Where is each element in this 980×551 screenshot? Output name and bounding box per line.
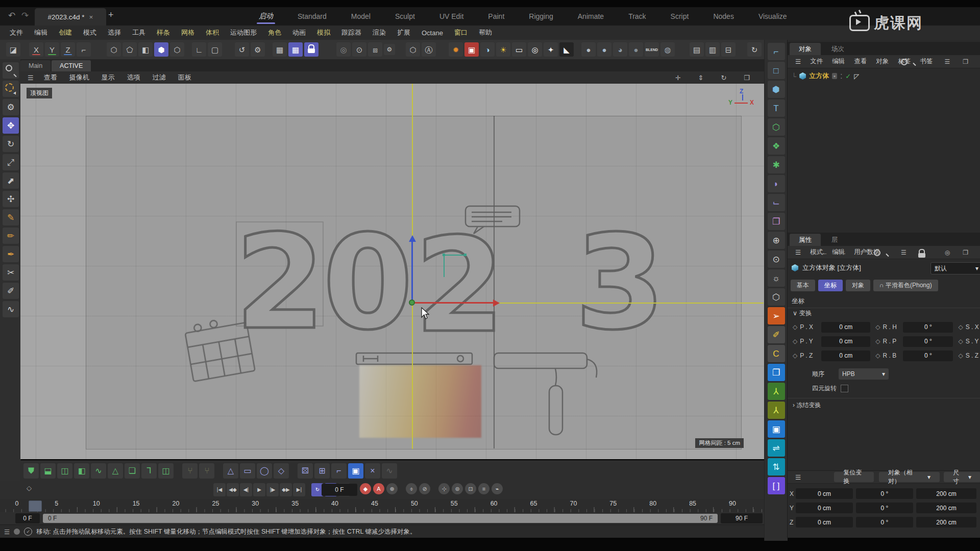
key-diamond-icon[interactable]: ◇	[958, 352, 963, 359]
phong-tag-icon[interactable]: ◸	[854, 72, 859, 80]
key-diamond-icon[interactable]: ◇	[875, 352, 880, 359]
am-search-icon[interactable]	[871, 247, 891, 258]
enabled-check-icon[interactable]: ✓	[845, 72, 851, 80]
layout-tab-paint[interactable]: Paint	[487, 8, 505, 24]
preset-dropdown[interactable]: 默认 ▾	[930, 262, 980, 274]
om-tab-objects[interactable]: 对象	[790, 43, 821, 55]
om-filter-icon[interactable]: ☰	[940, 58, 954, 65]
am-filter-icon[interactable]: ☰	[896, 249, 911, 256]
points-mode-button[interactable]: ⬡	[107, 42, 121, 57]
rp-field[interactable]: 0 °	[903, 336, 953, 347]
rect-frame-icon[interactable]: ▭	[240, 463, 255, 479]
spline-chain-icon[interactable]: ◇	[274, 463, 289, 479]
record-rotation-button[interactable]: ⊘	[419, 483, 430, 494]
ik-chain2-icon[interactable]: ⑂	[199, 463, 214, 479]
model-mode-button[interactable]: ⬢	[154, 42, 168, 57]
rotate-tool[interactable]: ↻	[3, 136, 19, 152]
keyframe-target-button[interactable]: ⊕	[386, 483, 398, 494]
record-scale-button[interactable]: ⊹	[438, 483, 450, 494]
boolean-icon[interactable]: ◧	[74, 463, 89, 479]
material-sphere-1[interactable]: ●	[581, 42, 596, 57]
cube-primitive-icon[interactable]: ⬢	[768, 81, 785, 98]
timeline-playhead[interactable]	[29, 500, 42, 512]
key-diamond-icon[interactable]: ◇	[793, 352, 797, 359]
am-sec-coords[interactable]: 坐标	[818, 280, 843, 291]
bracket-a-icon[interactable]: [ ]	[768, 477, 785, 494]
key-diamond-icon[interactable]: ◇	[958, 323, 963, 331]
vp-menu-options[interactable]: 选项	[121, 73, 146, 82]
paint-setup-icon[interactable]: ✐	[768, 326, 785, 343]
goto-start-button[interactable]: |◀	[213, 483, 226, 496]
sun-light-button[interactable]: ☀	[496, 42, 510, 57]
layout-tab-uvedit[interactable]: UV Edit	[438, 8, 464, 24]
menu-tracker[interactable]: 跟踪器	[336, 28, 367, 37]
current-frame-field[interactable]: 0 F	[322, 484, 357, 496]
add-tab-button[interactable]: +	[108, 10, 114, 20]
am-sec-basic[interactable]: 基本	[791, 280, 815, 291]
camera-st-icon[interactable]: ⊙	[768, 251, 785, 268]
spline-pen-tool[interactable]: ✎	[3, 209, 19, 226]
status-burger-icon[interactable]: ☰	[4, 528, 10, 536]
cloth-icon[interactable]: ⛊	[23, 463, 39, 479]
cm-burger-icon[interactable]: ☰	[791, 473, 805, 481]
menu-mograph[interactable]: 运动图形	[225, 28, 262, 37]
record-pla-button[interactable]: ⊡	[465, 483, 476, 494]
next-key-button[interactable]: ◆▶	[280, 483, 292, 496]
hex-auto-button[interactable]: Ⓐ	[422, 42, 436, 57]
rh-field[interactable]: 0 °	[903, 322, 953, 333]
transform-group-label[interactable]: ∨ 变换	[793, 309, 812, 318]
cloner-icon[interactable]: ⬡	[768, 118, 785, 136]
am-forward-icon[interactable]: →	[836, 249, 851, 256]
vp-menu-panel[interactable]: 面板	[172, 73, 198, 82]
axis-z-lock-button[interactable]: Z	[61, 42, 75, 57]
move-tool[interactable]: ✥	[3, 117, 19, 134]
maximize-icon[interactable]: ❒	[738, 74, 756, 82]
object-row[interactable]: └ 立方体 ▪ ⁚ ✓ ◸	[792, 71, 859, 81]
vp-menu-camera[interactable]: 摄像机	[63, 73, 95, 82]
fit-view-icon[interactable]: ▣	[348, 463, 363, 479]
menu-extensions[interactable]: 扩展	[391, 28, 416, 37]
polygons-mode-button[interactable]: ◧	[138, 42, 153, 57]
joint-figure-icon[interactable]: ⅄	[768, 402, 785, 419]
am-sec-object[interactable]: 对象	[846, 280, 870, 291]
layout-tab-animate[interactable]: Animate	[577, 8, 605, 24]
world-axis-button[interactable]: ∟	[192, 42, 206, 57]
om-menu-file[interactable]: 文件	[805, 57, 827, 66]
om-menu-view[interactable]: 查看	[849, 57, 871, 66]
order-dropdown[interactable]: HPB ▾	[839, 368, 889, 380]
grid-toggle-button[interactable]: ▦	[273, 42, 287, 57]
om-panel-icon[interactable]: ❐	[958, 58, 973, 65]
viewport-burger-icon[interactable]: ☰	[23, 74, 38, 82]
orbit-icon[interactable]: ↻	[715, 74, 732, 82]
menu-create[interactable]: 创建	[53, 28, 78, 37]
spot-light-button[interactable]: ◣	[559, 42, 574, 57]
object-axis-mode-button[interactable]: ⬡	[170, 42, 184, 57]
polygon-reduce-icon[interactable]: ❐	[768, 213, 785, 230]
ik-chain-icon[interactable]: ⑂	[182, 463, 198, 479]
goto-end-button[interactable]: ▶|	[293, 483, 305, 496]
spline-rect-icon[interactable]: □	[768, 62, 785, 79]
om-menu-object[interactable]: 对象	[871, 57, 893, 66]
am-target-icon[interactable]: ◎	[940, 249, 954, 256]
sky-st-icon[interactable]: ⊕	[768, 232, 785, 249]
range-start-field[interactable]: 0 F	[15, 513, 40, 523]
loop-cut-icon[interactable]: ⅂	[141, 463, 157, 479]
am-up-icon[interactable]: ↑	[855, 249, 867, 256]
quaternion-checkbox[interactable]	[841, 385, 848, 392]
symmetry-icon[interactable]: ◫	[158, 463, 174, 479]
undo-button[interactable]: ↶	[8, 10, 15, 21]
live-selection-tool[interactable]	[3, 81, 19, 97]
key-diamond-icon[interactable]: ◇	[793, 323, 797, 331]
edit-mesh-icon[interactable]: ⬡	[768, 288, 785, 306]
cm-size-dropdown[interactable]: 尺寸 ▾	[944, 472, 980, 482]
layout-tab-startup[interactable]: 启动	[258, 8, 274, 25]
visibility-dots-icon[interactable]: ⁚	[840, 72, 842, 80]
l-frame-icon[interactable]: ⌐	[331, 463, 347, 479]
timeline-ruler[interactable]: 051015202530354045505560657075808590	[0, 499, 764, 512]
tweak-tool[interactable]: ⚙	[3, 99, 19, 115]
menu-select[interactable]: 选择	[102, 28, 127, 37]
viewport-zoom-tool[interactable]	[3, 62, 19, 79]
range-slider[interactable]: 0 F 90 F	[43, 514, 718, 523]
axis-x-lock-button[interactable]: X	[29, 42, 43, 57]
menu-animate[interactable]: 动画	[287, 28, 311, 37]
